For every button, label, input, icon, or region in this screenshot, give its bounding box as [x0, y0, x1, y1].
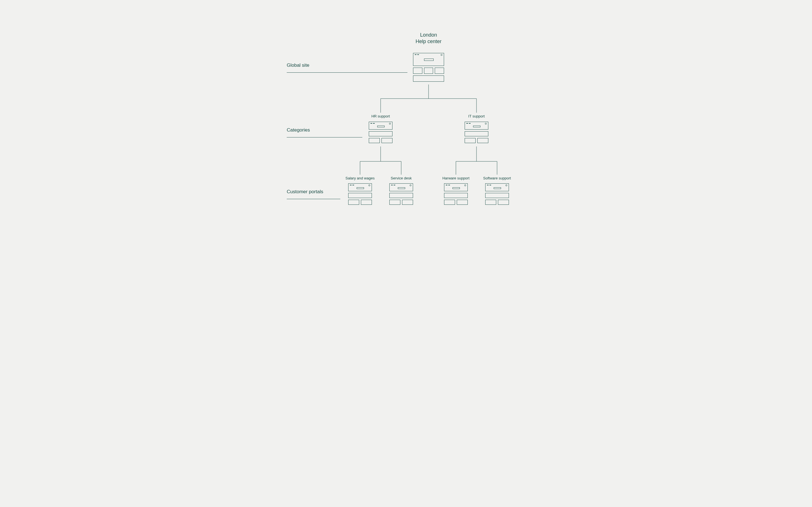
wireframe-header-icon — [413, 53, 444, 66]
row-rule-categories — [287, 137, 362, 137]
category-label-hr: HR support — [366, 114, 395, 118]
wireframe-tile-icon — [369, 138, 380, 143]
wireframe-header-icon — [465, 122, 488, 129]
wireframe-tile-icon — [348, 193, 372, 198]
site-card-hr — [369, 122, 393, 143]
portal-label-software: Software support — [481, 176, 513, 180]
wireframe-tile-icon — [348, 200, 359, 205]
wireframe-header-icon — [348, 183, 372, 191]
row-label-portals: Customer portals — [287, 189, 323, 194]
wireframe-tile-icon — [485, 200, 496, 205]
site-card-it — [465, 122, 488, 143]
wireframe-tile-icon — [361, 200, 372, 205]
wireframe-tile-icon — [402, 200, 413, 205]
wireframe-header-icon — [369, 122, 393, 129]
wireframe-tile-icon — [465, 131, 488, 136]
site-card-software — [485, 183, 509, 205]
portal-label-salary: Salary and wages — [345, 176, 375, 180]
wireframe-tile-icon — [413, 75, 444, 82]
portal-label-servicedesk: Service desk — [387, 176, 415, 180]
wireframe-tile-icon — [382, 138, 393, 143]
wireframe-tile-icon — [444, 193, 468, 198]
site-card-global — [413, 53, 444, 82]
wireframe-tile-icon — [389, 200, 400, 205]
wireframe-header-icon — [485, 183, 509, 191]
row-label-global: Global site — [287, 62, 309, 68]
site-card-servicedesk — [389, 183, 413, 205]
wireframe-header-icon — [444, 183, 468, 191]
wireframe-tile-icon — [369, 131, 393, 136]
wireframe-tile-icon — [477, 138, 488, 143]
wireframe-tile-icon — [498, 200, 509, 205]
wireframe-tile-icon — [457, 200, 468, 205]
wireframe-header-icon — [389, 183, 413, 191]
wireframe-tile-icon — [424, 68, 434, 74]
row-rule-portals — [287, 199, 340, 199]
site-card-hardware — [444, 183, 468, 205]
category-label-it: IT support — [462, 114, 491, 118]
wireframe-tile-icon — [465, 138, 476, 143]
row-label-categories: Categories — [287, 127, 310, 133]
title-line2: Help center — [416, 39, 442, 44]
portal-label-hardware: Harware support — [441, 176, 471, 180]
diagram-canvas: London Help center Global site Categorie… — [203, 0, 609, 253]
row-rule-global — [287, 72, 407, 73]
diagram-title: London Help center — [400, 32, 457, 45]
wireframe-tile-icon — [435, 68, 444, 74]
title-line1: London — [420, 32, 437, 38]
wireframe-tile-icon — [444, 200, 455, 205]
site-card-salary — [348, 183, 372, 205]
wireframe-tile-icon — [389, 193, 413, 198]
wireframe-tile-icon — [485, 193, 509, 198]
wireframe-tile-icon — [413, 68, 422, 74]
